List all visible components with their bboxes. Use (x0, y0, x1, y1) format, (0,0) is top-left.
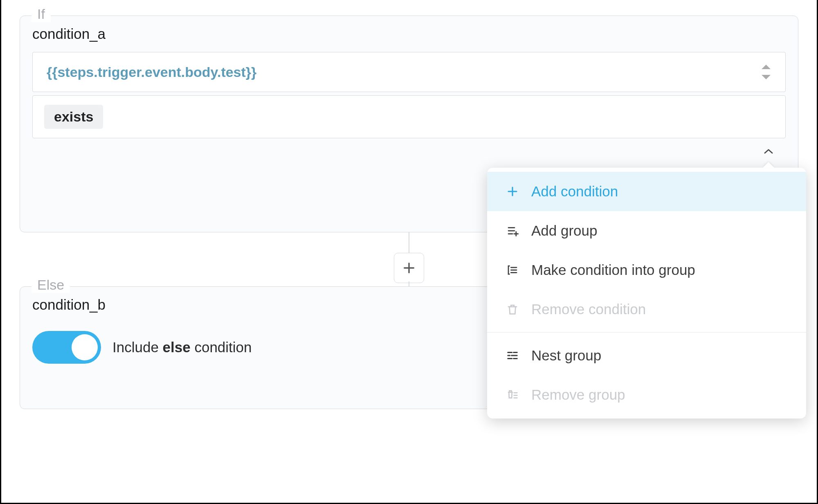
trash-list-icon (505, 387, 520, 402)
else-legend: Else (31, 277, 70, 293)
bracket-list-icon (505, 263, 520, 277)
connector-line (409, 232, 409, 253)
if-condition-name: condition_a (20, 16, 798, 52)
nest-icon (505, 348, 520, 363)
menu-item-nest-group[interactable]: Nest group (487, 336, 806, 375)
add-step-button[interactable] (394, 253, 424, 283)
menu-item-label: Remove group (531, 387, 625, 403)
include-else-label: Include else condition (112, 339, 252, 356)
menu-item-label: Add condition (531, 183, 618, 200)
menu-item-label: Nest group (531, 347, 601, 364)
sort-caret-icon (761, 64, 771, 80)
plus-icon (505, 184, 520, 199)
operator-select[interactable]: exists (32, 95, 786, 138)
menu-item-make-into-group[interactable]: Make condition into group (487, 250, 806, 290)
menu-item-label: Add group (531, 223, 598, 239)
menu-divider (487, 332, 806, 333)
list-plus-icon (505, 223, 520, 238)
connector-line (409, 281, 409, 286)
plus-icon (402, 261, 416, 275)
expression-select[interactable]: {{steps.trigger.event.body.test}} (32, 52, 786, 92)
if-condition-body: {{steps.trigger.event.body.test}} exists (32, 52, 786, 138)
operator-chip: exists (44, 105, 103, 129)
menu-item-remove-condition: Remove condition (487, 290, 806, 329)
menu-item-label: Remove condition (531, 301, 646, 317)
menu-item-remove-group: Remove group (487, 375, 806, 414)
trash-icon (505, 302, 520, 317)
if-legend: If (31, 6, 51, 22)
expression-value: {{steps.trigger.event.body.test}} (47, 64, 256, 80)
menu-item-label: Make condition into group (531, 262, 695, 278)
include-else-toggle[interactable] (32, 331, 101, 364)
menu-item-add-condition[interactable]: Add condition (487, 172, 806, 211)
condition-menu-trigger[interactable] (764, 146, 773, 157)
menu-item-add-group[interactable]: Add group (487, 211, 806, 250)
condition-editor-canvas: If condition_a {{steps.trigger.event.bod… (0, 0, 818, 504)
condition-actions-menu: Add condition Add group Make condition i… (487, 168, 806, 418)
